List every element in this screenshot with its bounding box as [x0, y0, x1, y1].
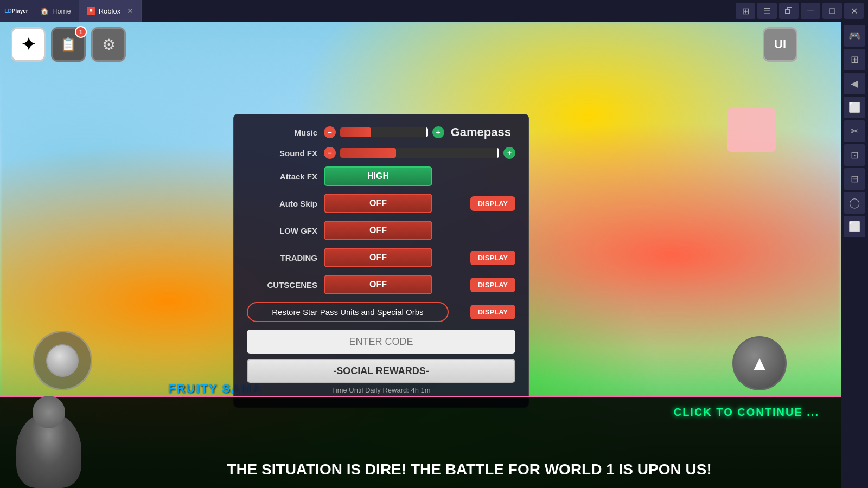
titlebar-controls: ⊞ ☰ 🗗 ─ □ ✕ — [736, 3, 868, 19]
enter-code-input[interactable] — [247, 330, 515, 354]
sound-fx-slider-fill — [340, 148, 396, 158]
music-label: Music — [247, 128, 317, 137]
tab-roblox-label: Roblox — [99, 7, 120, 15]
cutscenes-label: CUTSCENES — [247, 280, 317, 290]
trading-label: TRADING — [247, 253, 317, 262]
titlebar-btn-2[interactable]: ☰ — [757, 3, 777, 19]
sound-fx-slider-marker — [497, 148, 499, 158]
roblox-tab-icon: R — [87, 7, 95, 15]
music-row: Music – + Gamepass — [247, 125, 515, 139]
sidebar-btn-minus[interactable]: ⊟ — [844, 168, 865, 190]
enter-code-container — [247, 330, 515, 359]
cutscenes-row: CUTSCENES OFF DISPLAY — [247, 275, 515, 294]
low-gfx-toggle[interactable]: OFF — [324, 221, 432, 240]
sound-fx-label: Sound FX — [247, 149, 317, 158]
auto-skip-toggle[interactable]: OFF — [324, 194, 432, 213]
tab-home[interactable]: 🏠 Home — [33, 0, 79, 22]
sound-fx-slider-track[interactable] — [340, 148, 499, 158]
music-decrease-button[interactable]: – — [324, 126, 336, 138]
game-area: ✦ 📋 1 ⚙ UI Music – + Gamepass — [0, 22, 841, 488]
task-button[interactable]: 📋 1 — [51, 27, 86, 62]
low-gfx-label: LOW GFX — [247, 226, 317, 235]
cutscenes-toggle[interactable]: OFF — [324, 275, 432, 294]
music-slider-track[interactable] — [340, 127, 428, 137]
sound-fx-row: Sound FX – + — [247, 147, 515, 159]
social-rewards-label: -SOCIAL REWARDS- — [333, 365, 429, 377]
sidebar-btn-back[interactable]: ◀ — [844, 73, 865, 94]
gamepass-label: Gamepass — [451, 125, 515, 139]
sidebar-btn-scissors[interactable]: ✂ — [844, 120, 865, 142]
sidebar-btn-gamepad[interactable]: 🎮 — [844, 25, 865, 47]
tab-close-icon[interactable]: ✕ — [127, 7, 133, 15]
joystick-inner — [46, 344, 79, 377]
sidebar-btn-circle[interactable]: ◯ — [844, 192, 865, 214]
tab-roblox[interactable]: R Roblox ✕ — [79, 0, 142, 22]
roblox-logo-icon: ✦ — [21, 34, 36, 55]
music-slider-marker — [426, 127, 428, 137]
roblox-button[interactable]: ✦ — [11, 27, 46, 62]
right-sidebar: 🎮 ⊞ ◀ ⬜ ✂ ⊡ ⊟ ◯ ⬜ — [841, 22, 868, 488]
titlebar: LDPlayer 🏠 Home R Roblox ✕ ⊞ ☰ 🗗 ─ □ ✕ — [0, 0, 868, 22]
sound-fx-slider-container: – + — [324, 147, 515, 159]
attack-fx-label: Attack FX — [247, 172, 317, 181]
settings-icon: ⚙ — [102, 36, 116, 54]
social-rewards-button[interactable]: -SOCIAL REWARDS- — [247, 359, 515, 383]
maximize-button[interactable]: □ — [822, 3, 842, 19]
music-slider-container: – + — [324, 126, 444, 138]
game-top-left-buttons: ✦ 📋 1 ⚙ — [11, 27, 126, 62]
character-area — [0, 397, 98, 488]
trading-row: TRADING OFF DISPLAY — [247, 248, 515, 267]
sound-fx-decrease-button[interactable]: – — [324, 147, 336, 159]
titlebar-btn-3[interactable]: 🗗 — [779, 3, 799, 19]
sound-fx-increase-button[interactable]: + — [503, 147, 515, 159]
restore-button[interactable]: Restore Star Pass Units and Special Orbs — [247, 302, 449, 322]
titlebar-btn-1[interactable]: ⊞ — [736, 3, 755, 19]
music-slider-fill — [340, 127, 371, 137]
click-continue-text: CLICK TO CONTINUE ... — [108, 406, 830, 419]
display-button-4[interactable]: DISPLAY — [470, 305, 515, 319]
task-icon: 📋 — [60, 37, 76, 52]
sidebar-btn-grid[interactable]: ⊞ — [844, 49, 865, 70]
cutscene-content: CLICK TO CONTINUE ... THE SITUATION IS D… — [98, 397, 841, 488]
cutscene-bar[interactable]: CLICK TO CONTINUE ... THE SITUATION IS D… — [0, 396, 841, 488]
attack-fx-toggle[interactable]: HIGH — [324, 166, 432, 186]
settings-panel: Music – + Gamepass Sound FX – + — [233, 114, 529, 408]
daily-reward-text: Time Until Daily Reward: 4h 1m — [247, 386, 515, 394]
sidebar-btn-box[interactable]: ⬜ — [844, 216, 865, 237]
character-head — [33, 396, 65, 428]
home-icon: 🏠 — [40, 7, 49, 15]
joystick[interactable] — [33, 331, 92, 390]
music-increase-button[interactable]: + — [432, 126, 444, 138]
pink-square-decoration — [727, 108, 776, 152]
ui-toggle-button[interactable]: UI — [763, 27, 797, 62]
tab-home-label: Home — [52, 7, 71, 15]
sidebar-btn-display[interactable]: ⊡ — [844, 144, 865, 166]
display-button-3[interactable]: DISPLAY — [470, 278, 515, 292]
auto-skip-row: Auto Skip OFF DISPLAY — [247, 194, 515, 213]
sidebar-btn-square[interactable]: ⬜ — [844, 97, 865, 118]
display-button-1[interactable]: DISPLAY — [470, 196, 515, 211]
close-button[interactable]: ✕ — [844, 3, 864, 19]
game-top-right: UI — [763, 27, 797, 62]
titlebar-tabs: 🏠 Home R Roblox ✕ — [33, 0, 142, 22]
app-logo: LDPlayer — [0, 0, 33, 22]
restore-row: Restore Star Pass Units and Special Orbs… — [247, 302, 515, 322]
minimize-button[interactable]: ─ — [801, 3, 820, 19]
attack-fx-row: Attack FX HIGH — [247, 166, 515, 186]
display-button-2[interactable]: DISPLAY — [470, 251, 515, 265]
game-settings-button[interactable]: ⚙ — [91, 27, 126, 62]
auto-skip-label: Auto Skip — [247, 199, 317, 208]
trading-toggle[interactable]: OFF — [324, 248, 432, 267]
cutscene-dialogue: THE SITUATION IS DIRE! THE BATTLE FOR WO… — [108, 460, 830, 479]
task-badge: 1 — [75, 26, 87, 38]
low-gfx-row: LOW GFX OFF — [247, 221, 515, 240]
up-arrow-button[interactable]: ▲ — [732, 336, 787, 390]
